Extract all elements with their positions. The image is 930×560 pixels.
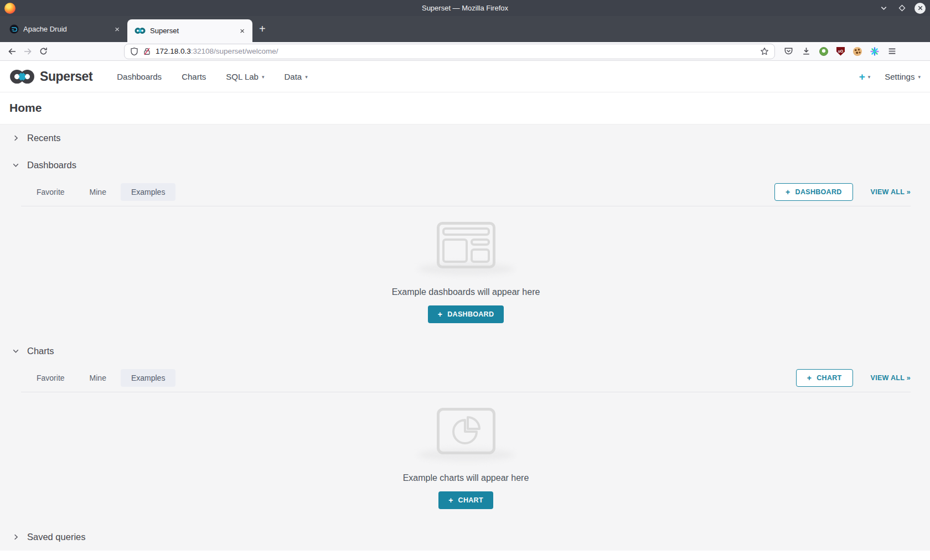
privacy-badger-icon[interactable] [819,47,828,56]
dashboard-placeholder-icon [437,222,495,268]
tracking-shield-icon[interactable] [130,47,138,56]
maximize-button[interactable] [896,3,907,14]
create-chart-button[interactable]: + CHART [438,491,493,509]
charts-actions: + CHART VIEW ALL » [796,369,911,387]
view-all-charts-link[interactable]: VIEW ALL » [871,374,911,382]
superset-brand[interactable]: Superset [9,69,92,85]
url-bar[interactable]: 172.18.0.3:32108/superset/welcome/ [124,44,775,59]
nav-item-charts[interactable]: Charts [172,72,216,81]
section-recents[interactable]: Recents [0,125,930,152]
section-label: Recents [27,133,61,143]
menu-hamburger-icon[interactable] [887,46,897,56]
subtab-mine[interactable]: Mine [79,183,117,201]
window-title: Superset — Mozilla Firefox [422,4,508,12]
subtab-favorite[interactable]: Favorite [26,369,75,387]
browser-tab-bar: Apache Druid × Superset × + [0,16,930,42]
plus-icon: + [859,71,865,82]
superset-navbar: Superset Dashboards Charts SQL Lab ▾ Dat… [0,61,930,92]
minimize-button[interactable] [878,3,889,14]
close-button[interactable] [914,3,926,14]
charts-subtabs: Favorite Mine Examples [21,369,175,387]
window-titlebar: Superset — Mozilla Firefox [0,0,930,16]
subtab-favorite[interactable]: Favorite [26,183,75,201]
navbar-right: + ▾ Settings ▾ [859,71,921,82]
superset-favicon-icon [135,27,146,34]
tab-label: Apache Druid [23,25,108,33]
chevron-right-icon [12,134,20,142]
subtab-examples[interactable]: Examples [121,369,175,387]
page-header: Home [0,92,930,125]
caret-down-icon: ▾ [868,74,871,80]
druid-favicon-icon [9,24,19,34]
ublock-origin-icon[interactable]: uO [836,47,845,56]
reload-button[interactable] [35,44,51,59]
plus-icon: + [438,310,442,318]
chevron-down-icon [12,161,20,169]
new-dashboard-button[interactable]: + DASHBOARD [774,183,852,201]
tab-label: Superset [150,27,233,35]
url-text[interactable]: 172.18.0.3:32108/superset/welcome/ [156,47,756,55]
insecure-lock-icon[interactable] [143,47,151,56]
chevron-right-icon [12,533,20,541]
tab-close-icon[interactable]: × [237,25,247,36]
section-saved-queries[interactable]: Saved queries [0,523,930,551]
section-label: Charts [27,346,54,356]
nav-item-dashboards[interactable]: Dashboards [107,72,172,81]
page-title: Home [9,101,921,115]
tab-superset[interactable]: Superset × [127,19,252,42]
section-dashboards[interactable]: Dashboards [0,152,930,179]
view-all-dashboards-link[interactable]: VIEW ALL » [871,188,911,196]
settings-menu[interactable]: Settings ▾ [885,72,921,81]
tab-close-icon[interactable]: × [112,24,122,34]
new-item-menu[interactable]: + ▾ [859,71,871,82]
brand-name: Superset [40,69,92,84]
button-label: DASHBOARD [795,188,842,196]
superset-logo-icon [9,69,35,85]
bookmark-star-icon[interactable] [760,47,769,56]
download-icon[interactable] [802,46,811,56]
dashboards-panel: Favorite Mine Examples + DASHBOARD VIEW … [21,179,911,338]
containers-asterisk-icon[interactable] [870,47,879,56]
nav-item-sql-lab[interactable]: SQL Lab ▾ [216,72,274,81]
subtab-mine[interactable]: Mine [79,369,117,387]
chevron-down-icon [12,347,20,355]
nav-item-label: SQL Lab [226,72,259,81]
empty-state-text: Example charts will appear here [403,473,529,483]
button-label: DASHBOARD [447,310,494,318]
nav-item-label: Data [285,72,302,81]
empty-state-text: Example dashboards will appear here [392,287,540,297]
new-chart-button[interactable]: + CHART [796,369,853,387]
plus-icon: + [448,496,453,504]
nav-item-data[interactable]: Data ▾ [275,72,318,81]
tab-apache-druid[interactable]: Apache Druid × [2,16,127,42]
forward-button[interactable] [20,44,35,59]
charts-empty-state: Example charts will appear here + CHART [21,392,911,523]
create-dashboard-button[interactable]: + DASHBOARD [428,305,504,323]
cookie-extension-icon[interactable] [853,47,862,56]
dashboards-empty-state: Example dashboards will appear here + DA… [21,206,911,338]
new-tab-button[interactable]: + [252,23,272,35]
button-label: CHART [458,496,483,504]
page-content: Recents Dashboards Favorite Mine Example… [0,125,930,551]
dashboards-panel-header: Favorite Mine Examples + DASHBOARD VIEW … [21,179,911,206]
nav-item-label: Charts [182,72,206,81]
plus-icon: + [786,188,790,196]
charts-panel: Favorite Mine Examples + CHART VIEW ALL … [21,365,911,523]
section-label: Saved queries [27,532,86,542]
dashboards-actions: + DASHBOARD VIEW ALL » [774,183,911,201]
window-controls [878,3,926,14]
section-charts[interactable]: Charts [0,338,930,365]
plus-icon: + [807,374,812,382]
button-label: CHART [817,374,841,382]
back-button[interactable] [4,44,20,59]
url-path: :32108/superset/welcome/ [191,47,278,55]
pocket-icon[interactable] [784,46,793,56]
superset-menu: Dashboards Charts SQL Lab ▾ Data ▾ [107,72,317,81]
dashboards-subtabs: Favorite Mine Examples [21,183,175,201]
settings-label: Settings [885,72,914,81]
subtab-examples[interactable]: Examples [121,183,175,201]
chart-placeholder-icon [437,408,495,454]
toolbar-extensions: uO [784,46,897,56]
browser-toolbar: 172.18.0.3:32108/superset/welcome/ uO [0,42,930,61]
url-host: 172.18.0.3 [156,47,191,55]
